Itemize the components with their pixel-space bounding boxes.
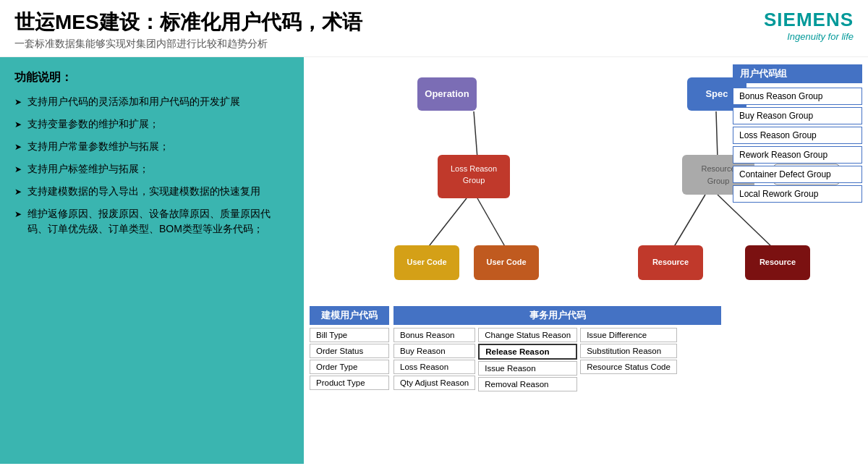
codes-sidebar: 用户代码组 Bonus Reason Group Buy Reason Grou…	[727, 57, 868, 212]
svg-text:Group: Group	[707, 177, 730, 185]
main-content: 功能说明： 支持用户代码的灵活添加和用户代码的开发扩展 支持变量参数的维护和扩展…	[0, 57, 868, 464]
svg-line-3	[427, 198, 467, 249]
svg-line-4	[477, 198, 506, 249]
svg-text:Loss Reason: Loss Reason	[451, 164, 497, 173]
model-code-4: Product Type	[310, 376, 389, 390]
svg-text:Spec: Spec	[705, 88, 728, 99]
siemens-logo: SIEMENS Ingenuity for life	[764, 9, 854, 42]
feature-item-1: 支持用户代码的灵活添加和用户代码的开发扩展	[14, 94, 289, 109]
feature-item-2: 支持变量参数的维护和扩展；	[14, 116, 289, 132]
transaction-cols: Bonus Reason Buy Reason Loss Reason Qty …	[393, 328, 721, 391]
left-panel-title: 功能说明：	[14, 70, 289, 85]
title-block: 世运MES建设：标准化用户代码，术语 一套标准数据集能够实现对集团内部进行比较和…	[14, 9, 362, 51]
feature-item-4: 支持用户标签维护与拓展；	[14, 161, 289, 177]
feature-item-5: 支持建模数据的导入导出，实现建模数据的快速复用	[14, 184, 289, 199]
tc-3-1: Issue Difference	[580, 328, 677, 342]
svg-text:User Code: User Code	[407, 258, 446, 266]
transaction-col-2: Change Status Reason Release Reason Issu…	[478, 328, 577, 391]
model-code-1: Bill Type	[310, 328, 389, 342]
tc-1-1: Bonus Reason	[393, 328, 475, 342]
model-codes-section: 建模用户代码 Bill Type Order Status Order Type…	[310, 306, 389, 390]
svg-line-5	[673, 195, 705, 249]
tc-1-3: Loss Reason	[393, 360, 475, 374]
model-code-3: Order Type	[310, 360, 389, 374]
tc-1-2: Buy Reason	[393, 344, 475, 358]
feature-list: 支持用户代码的灵活添加和用户代码的开发扩展 支持变量参数的维护和扩展； 支持用户…	[14, 94, 289, 237]
page-title: 世运MES建设：标准化用户代码，术语	[14, 9, 362, 36]
bottom-area: 建模用户代码 Bill Type Order Status Order Type…	[304, 303, 727, 462]
tc-1-4: Qty Adjust Reason	[393, 376, 475, 390]
svg-text:Operation: Operation	[425, 88, 469, 99]
tc-3-2: Substitution Reason	[580, 344, 677, 358]
logo-tagline: Ingenuity for life	[764, 31, 854, 42]
codes-sidebar-title: 用户代码组	[733, 64, 862, 83]
tc-3-3: Resource Status Code	[580, 360, 677, 374]
tc-2-3: Issue Reason	[478, 361, 577, 376]
svg-text:Group: Group	[463, 176, 485, 185]
model-code-2: Order Status	[310, 344, 389, 358]
feature-item-6: 维护返修原因、报废原因、设备故障原因、质量原因代码、订单优先级、订单类型、BOM…	[14, 206, 289, 237]
svg-text:Resource: Resource	[652, 258, 689, 266]
codes-sidebar-item-4: Rework Reason Group	[733, 146, 862, 164]
codes-sidebar-item-5: Container Defect Group	[733, 166, 862, 183]
feature-item-3: 支持用户常量参数维护与拓展；	[14, 139, 289, 154]
transaction-col-3: Issue Difference Substitution Reason Res…	[580, 328, 677, 391]
svg-line-0	[474, 111, 477, 158]
codes-sidebar-item-1: Bonus Reason Group	[733, 88, 862, 105]
page-header: 世运MES建设：标准化用户代码，术语 一套标准数据集能够实现对集团内部进行比较和…	[0, 0, 868, 57]
codes-sidebar-item-2: Buy Reason Group	[733, 107, 862, 124]
svg-line-1	[716, 111, 718, 158]
svg-text:User Code: User Code	[486, 258, 526, 266]
model-codes-title: 建模用户代码	[310, 306, 389, 325]
model-codes-list: Bill Type Order Status Order Type Produc…	[310, 328, 389, 390]
transaction-col-1: Bonus Reason Buy Reason Loss Reason Qty …	[393, 328, 475, 391]
tc-2-1: Change Status Reason	[478, 328, 577, 342]
tc-2-2: Release Reason	[478, 344, 577, 360]
codes-sidebar-item-6: Local Rework Group	[733, 185, 862, 203]
right-panel: Operation Spec Loss Reason Group Resourc…	[304, 57, 868, 464]
transaction-codes-section: 事务用户代码 Bonus Reason Buy Reason Loss Reas…	[393, 306, 721, 391]
svg-text:Resource: Resource	[760, 258, 796, 266]
tc-2-4: Removal Reason	[478, 377, 577, 391]
page-subtitle: 一套标准数据集能够实现对集团内部进行比较和趋势分析	[14, 38, 362, 51]
left-panel: 功能说明： 支持用户代码的灵活添加和用户代码的开发扩展 支持变量参数的维护和扩展…	[0, 57, 304, 464]
transaction-codes-title: 事务用户代码	[393, 306, 721, 325]
codes-sidebar-item-3: Loss Reason Group	[733, 127, 862, 144]
logo-text: SIEMENS	[764, 9, 854, 31]
